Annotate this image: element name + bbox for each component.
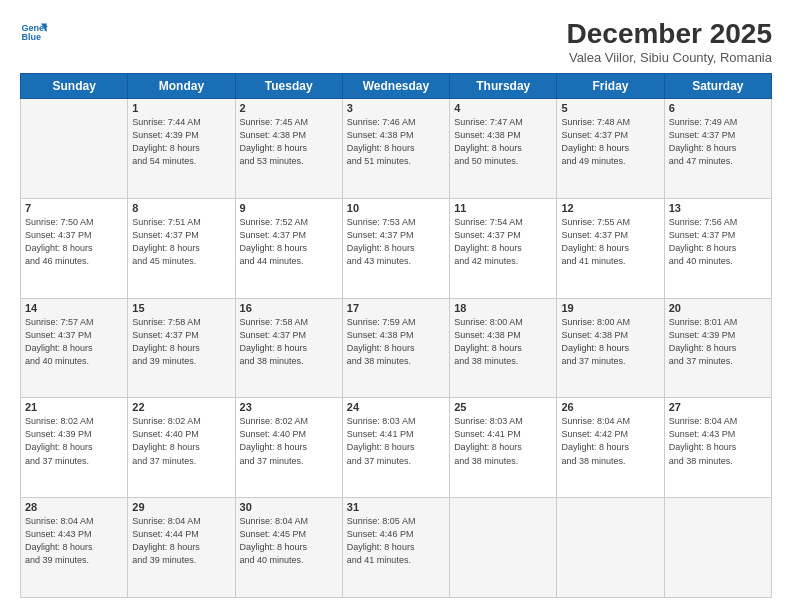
day-number: 24: [347, 401, 445, 413]
subtitle: Valea Viilor, Sibiu County, Romania: [567, 50, 772, 65]
title-block: December 2025 Valea Viilor, Sibiu County…: [567, 18, 772, 65]
day-info: Sunrise: 8:02 AMSunset: 4:40 PMDaylight:…: [132, 415, 230, 467]
day-number: 19: [561, 302, 659, 314]
page-header: General Blue December 2025 Valea Viilor,…: [20, 18, 772, 65]
day-number: 6: [669, 102, 767, 114]
day-info: Sunrise: 7:53 AMSunset: 4:37 PMDaylight:…: [347, 216, 445, 268]
calendar-cell: [450, 498, 557, 598]
calendar-cell: 21Sunrise: 8:02 AMSunset: 4:39 PMDayligh…: [21, 398, 128, 498]
day-info: Sunrise: 7:49 AMSunset: 4:37 PMDaylight:…: [669, 116, 767, 168]
day-number: 30: [240, 501, 338, 513]
calendar-cell: 24Sunrise: 8:03 AMSunset: 4:41 PMDayligh…: [342, 398, 449, 498]
day-number: 1: [132, 102, 230, 114]
calendar-cell: 4Sunrise: 7:47 AMSunset: 4:38 PMDaylight…: [450, 99, 557, 199]
day-info: Sunrise: 7:58 AMSunset: 4:37 PMDaylight:…: [240, 316, 338, 368]
calendar-cell: 30Sunrise: 8:04 AMSunset: 4:45 PMDayligh…: [235, 498, 342, 598]
calendar-cell: 29Sunrise: 8:04 AMSunset: 4:44 PMDayligh…: [128, 498, 235, 598]
calendar-cell: 5Sunrise: 7:48 AMSunset: 4:37 PMDaylight…: [557, 99, 664, 199]
calendar-cell: 23Sunrise: 8:02 AMSunset: 4:40 PMDayligh…: [235, 398, 342, 498]
day-info: Sunrise: 8:02 AMSunset: 4:39 PMDaylight:…: [25, 415, 123, 467]
calendar-cell: 20Sunrise: 8:01 AMSunset: 4:39 PMDayligh…: [664, 298, 771, 398]
calendar-cell: 26Sunrise: 8:04 AMSunset: 4:42 PMDayligh…: [557, 398, 664, 498]
day-number: 31: [347, 501, 445, 513]
day-header-friday: Friday: [557, 74, 664, 99]
day-info: Sunrise: 8:00 AMSunset: 4:38 PMDaylight:…: [561, 316, 659, 368]
day-info: Sunrise: 8:00 AMSunset: 4:38 PMDaylight:…: [454, 316, 552, 368]
calendar-cell: [557, 498, 664, 598]
day-info: Sunrise: 7:45 AMSunset: 4:38 PMDaylight:…: [240, 116, 338, 168]
calendar-cell: 1Sunrise: 7:44 AMSunset: 4:39 PMDaylight…: [128, 99, 235, 199]
calendar-cell: 27Sunrise: 8:04 AMSunset: 4:43 PMDayligh…: [664, 398, 771, 498]
calendar-cell: 8Sunrise: 7:51 AMSunset: 4:37 PMDaylight…: [128, 198, 235, 298]
day-header-tuesday: Tuesday: [235, 74, 342, 99]
calendar-cell: 22Sunrise: 8:02 AMSunset: 4:40 PMDayligh…: [128, 398, 235, 498]
calendar-cell: 12Sunrise: 7:55 AMSunset: 4:37 PMDayligh…: [557, 198, 664, 298]
day-number: 13: [669, 202, 767, 214]
day-number: 7: [25, 202, 123, 214]
day-info: Sunrise: 8:03 AMSunset: 4:41 PMDaylight:…: [347, 415, 445, 467]
day-info: Sunrise: 7:52 AMSunset: 4:37 PMDaylight:…: [240, 216, 338, 268]
day-header-saturday: Saturday: [664, 74, 771, 99]
day-info: Sunrise: 8:04 AMSunset: 4:42 PMDaylight:…: [561, 415, 659, 467]
day-number: 5: [561, 102, 659, 114]
day-header-wednesday: Wednesday: [342, 74, 449, 99]
calendar-cell: 3Sunrise: 7:46 AMSunset: 4:38 PMDaylight…: [342, 99, 449, 199]
calendar-cell: 6Sunrise: 7:49 AMSunset: 4:37 PMDaylight…: [664, 99, 771, 199]
day-number: 20: [669, 302, 767, 314]
day-number: 26: [561, 401, 659, 413]
day-number: 21: [25, 401, 123, 413]
calendar-cell: 16Sunrise: 7:58 AMSunset: 4:37 PMDayligh…: [235, 298, 342, 398]
calendar-cell: 28Sunrise: 8:04 AMSunset: 4:43 PMDayligh…: [21, 498, 128, 598]
day-header-thursday: Thursday: [450, 74, 557, 99]
calendar-cell: [21, 99, 128, 199]
calendar-cell: 19Sunrise: 8:00 AMSunset: 4:38 PMDayligh…: [557, 298, 664, 398]
calendar-cell: 15Sunrise: 7:58 AMSunset: 4:37 PMDayligh…: [128, 298, 235, 398]
day-header-sunday: Sunday: [21, 74, 128, 99]
calendar-cell: 7Sunrise: 7:50 AMSunset: 4:37 PMDaylight…: [21, 198, 128, 298]
day-number: 25: [454, 401, 552, 413]
calendar-cell: 2Sunrise: 7:45 AMSunset: 4:38 PMDaylight…: [235, 99, 342, 199]
calendar-cell: 25Sunrise: 8:03 AMSunset: 4:41 PMDayligh…: [450, 398, 557, 498]
day-info: Sunrise: 7:44 AMSunset: 4:39 PMDaylight:…: [132, 116, 230, 168]
calendar-cell: 9Sunrise: 7:52 AMSunset: 4:37 PMDaylight…: [235, 198, 342, 298]
day-info: Sunrise: 8:03 AMSunset: 4:41 PMDaylight:…: [454, 415, 552, 467]
day-number: 9: [240, 202, 338, 214]
day-number: 8: [132, 202, 230, 214]
svg-text:Blue: Blue: [21, 32, 41, 42]
day-number: 10: [347, 202, 445, 214]
logo-icon: General Blue: [20, 18, 48, 46]
day-number: 18: [454, 302, 552, 314]
day-number: 12: [561, 202, 659, 214]
day-number: 4: [454, 102, 552, 114]
month-title: December 2025: [567, 18, 772, 50]
day-number: 11: [454, 202, 552, 214]
day-number: 16: [240, 302, 338, 314]
calendar-cell: [664, 498, 771, 598]
calendar-cell: 17Sunrise: 7:59 AMSunset: 4:38 PMDayligh…: [342, 298, 449, 398]
day-info: Sunrise: 8:04 AMSunset: 4:43 PMDaylight:…: [25, 515, 123, 567]
calendar-cell: 13Sunrise: 7:56 AMSunset: 4:37 PMDayligh…: [664, 198, 771, 298]
day-number: 29: [132, 501, 230, 513]
day-number: 2: [240, 102, 338, 114]
day-info: Sunrise: 7:50 AMSunset: 4:37 PMDaylight:…: [25, 216, 123, 268]
day-number: 14: [25, 302, 123, 314]
day-info: Sunrise: 7:58 AMSunset: 4:37 PMDaylight:…: [132, 316, 230, 368]
day-info: Sunrise: 7:46 AMSunset: 4:38 PMDaylight:…: [347, 116, 445, 168]
calendar-cell: 14Sunrise: 7:57 AMSunset: 4:37 PMDayligh…: [21, 298, 128, 398]
day-info: Sunrise: 8:01 AMSunset: 4:39 PMDaylight:…: [669, 316, 767, 368]
day-number: 28: [25, 501, 123, 513]
day-info: Sunrise: 7:54 AMSunset: 4:37 PMDaylight:…: [454, 216, 552, 268]
day-info: Sunrise: 7:48 AMSunset: 4:37 PMDaylight:…: [561, 116, 659, 168]
day-info: Sunrise: 7:57 AMSunset: 4:37 PMDaylight:…: [25, 316, 123, 368]
calendar-cell: 18Sunrise: 8:00 AMSunset: 4:38 PMDayligh…: [450, 298, 557, 398]
day-info: Sunrise: 7:56 AMSunset: 4:37 PMDaylight:…: [669, 216, 767, 268]
day-info: Sunrise: 8:04 AMSunset: 4:44 PMDaylight:…: [132, 515, 230, 567]
day-info: Sunrise: 8:04 AMSunset: 4:43 PMDaylight:…: [669, 415, 767, 467]
day-number: 3: [347, 102, 445, 114]
day-info: Sunrise: 7:47 AMSunset: 4:38 PMDaylight:…: [454, 116, 552, 168]
day-number: 17: [347, 302, 445, 314]
calendar: SundayMondayTuesdayWednesdayThursdayFrid…: [20, 73, 772, 598]
calendar-cell: 10Sunrise: 7:53 AMSunset: 4:37 PMDayligh…: [342, 198, 449, 298]
day-info: Sunrise: 8:04 AMSunset: 4:45 PMDaylight:…: [240, 515, 338, 567]
calendar-cell: 11Sunrise: 7:54 AMSunset: 4:37 PMDayligh…: [450, 198, 557, 298]
